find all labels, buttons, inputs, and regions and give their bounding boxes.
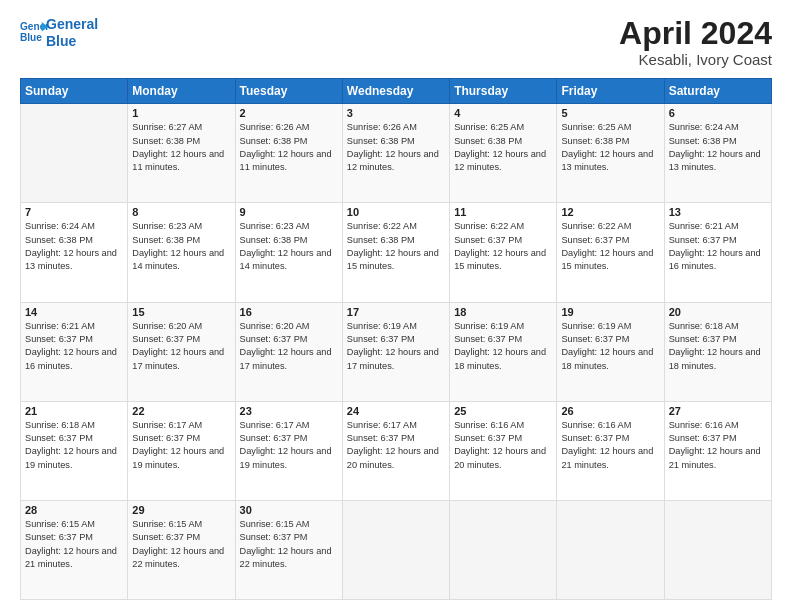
main-title: April 2024 xyxy=(619,16,772,51)
day-info: Sunrise: 6:25 AMSunset: 6:38 PMDaylight:… xyxy=(561,121,659,174)
weekday-header-thursday: Thursday xyxy=(450,79,557,104)
calendar-cell: 9Sunrise: 6:23 AMSunset: 6:38 PMDaylight… xyxy=(235,203,342,302)
day-info: Sunrise: 6:21 AMSunset: 6:37 PMDaylight:… xyxy=(25,320,123,373)
calendar-cell: 16Sunrise: 6:20 AMSunset: 6:37 PMDayligh… xyxy=(235,302,342,401)
calendar-cell: 14Sunrise: 6:21 AMSunset: 6:37 PMDayligh… xyxy=(21,302,128,401)
day-number: 17 xyxy=(347,306,445,318)
day-info: Sunrise: 6:22 AMSunset: 6:37 PMDaylight:… xyxy=(454,220,552,273)
day-number: 25 xyxy=(454,405,552,417)
day-info: Sunrise: 6:23 AMSunset: 6:38 PMDaylight:… xyxy=(240,220,338,273)
calendar-cell: 29Sunrise: 6:15 AMSunset: 6:37 PMDayligh… xyxy=(128,500,235,599)
day-info: Sunrise: 6:22 AMSunset: 6:38 PMDaylight:… xyxy=(347,220,445,273)
calendar-cell: 11Sunrise: 6:22 AMSunset: 6:37 PMDayligh… xyxy=(450,203,557,302)
calendar-cell: 30Sunrise: 6:15 AMSunset: 6:37 PMDayligh… xyxy=(235,500,342,599)
calendar-cell: 21Sunrise: 6:18 AMSunset: 6:37 PMDayligh… xyxy=(21,401,128,500)
calendar-cell: 26Sunrise: 6:16 AMSunset: 6:37 PMDayligh… xyxy=(557,401,664,500)
calendar-table: SundayMondayTuesdayWednesdayThursdayFrid… xyxy=(20,78,772,600)
logo: General Blue General Blue xyxy=(20,16,98,50)
weekday-header-monday: Monday xyxy=(128,79,235,104)
day-number: 6 xyxy=(669,107,767,119)
day-number: 16 xyxy=(240,306,338,318)
calendar-cell: 18Sunrise: 6:19 AMSunset: 6:37 PMDayligh… xyxy=(450,302,557,401)
calendar-cell: 4Sunrise: 6:25 AMSunset: 6:38 PMDaylight… xyxy=(450,104,557,203)
weekday-header-wednesday: Wednesday xyxy=(342,79,449,104)
calendar-cell xyxy=(342,500,449,599)
calendar-cell: 3Sunrise: 6:26 AMSunset: 6:38 PMDaylight… xyxy=(342,104,449,203)
day-number: 8 xyxy=(132,206,230,218)
day-info: Sunrise: 6:17 AMSunset: 6:37 PMDaylight:… xyxy=(240,419,338,472)
day-number: 19 xyxy=(561,306,659,318)
calendar-cell: 1Sunrise: 6:27 AMSunset: 6:38 PMDaylight… xyxy=(128,104,235,203)
day-number: 23 xyxy=(240,405,338,417)
calendar-cell: 27Sunrise: 6:16 AMSunset: 6:37 PMDayligh… xyxy=(664,401,771,500)
svg-text:Blue: Blue xyxy=(20,32,42,43)
day-info: Sunrise: 6:16 AMSunset: 6:37 PMDaylight:… xyxy=(669,419,767,472)
day-number: 20 xyxy=(669,306,767,318)
day-info: Sunrise: 6:19 AMSunset: 6:37 PMDaylight:… xyxy=(347,320,445,373)
calendar-cell: 22Sunrise: 6:17 AMSunset: 6:37 PMDayligh… xyxy=(128,401,235,500)
day-info: Sunrise: 6:22 AMSunset: 6:37 PMDaylight:… xyxy=(561,220,659,273)
day-number: 7 xyxy=(25,206,123,218)
day-number: 14 xyxy=(25,306,123,318)
day-number: 3 xyxy=(347,107,445,119)
day-info: Sunrise: 6:17 AMSunset: 6:37 PMDaylight:… xyxy=(132,419,230,472)
week-row-3: 14Sunrise: 6:21 AMSunset: 6:37 PMDayligh… xyxy=(21,302,772,401)
calendar-cell: 23Sunrise: 6:17 AMSunset: 6:37 PMDayligh… xyxy=(235,401,342,500)
day-info: Sunrise: 6:19 AMSunset: 6:37 PMDaylight:… xyxy=(561,320,659,373)
weekday-header-row: SundayMondayTuesdayWednesdayThursdayFrid… xyxy=(21,79,772,104)
calendar-cell: 19Sunrise: 6:19 AMSunset: 6:37 PMDayligh… xyxy=(557,302,664,401)
calendar-cell: 17Sunrise: 6:19 AMSunset: 6:37 PMDayligh… xyxy=(342,302,449,401)
calendar-cell: 6Sunrise: 6:24 AMSunset: 6:38 PMDaylight… xyxy=(664,104,771,203)
day-number: 27 xyxy=(669,405,767,417)
day-info: Sunrise: 6:24 AMSunset: 6:38 PMDaylight:… xyxy=(669,121,767,174)
day-info: Sunrise: 6:15 AMSunset: 6:37 PMDaylight:… xyxy=(240,518,338,571)
week-row-1: 1Sunrise: 6:27 AMSunset: 6:38 PMDaylight… xyxy=(21,104,772,203)
day-info: Sunrise: 6:16 AMSunset: 6:37 PMDaylight:… xyxy=(561,419,659,472)
day-number: 12 xyxy=(561,206,659,218)
logo-blue: Blue xyxy=(46,33,98,50)
day-number: 26 xyxy=(561,405,659,417)
calendar-cell xyxy=(664,500,771,599)
week-row-4: 21Sunrise: 6:18 AMSunset: 6:37 PMDayligh… xyxy=(21,401,772,500)
logo-icon: General Blue xyxy=(20,19,48,47)
day-info: Sunrise: 6:21 AMSunset: 6:37 PMDaylight:… xyxy=(669,220,767,273)
day-number: 22 xyxy=(132,405,230,417)
calendar-cell: 24Sunrise: 6:17 AMSunset: 6:37 PMDayligh… xyxy=(342,401,449,500)
day-number: 5 xyxy=(561,107,659,119)
day-number: 30 xyxy=(240,504,338,516)
weekday-header-friday: Friday xyxy=(557,79,664,104)
day-info: Sunrise: 6:16 AMSunset: 6:37 PMDaylight:… xyxy=(454,419,552,472)
day-number: 11 xyxy=(454,206,552,218)
logo-general: General xyxy=(46,16,98,33)
day-info: Sunrise: 6:20 AMSunset: 6:37 PMDaylight:… xyxy=(240,320,338,373)
header: General Blue General Blue April 2024 Kes… xyxy=(20,16,772,68)
weekday-header-tuesday: Tuesday xyxy=(235,79,342,104)
calendar-cell: 15Sunrise: 6:20 AMSunset: 6:37 PMDayligh… xyxy=(128,302,235,401)
day-number: 9 xyxy=(240,206,338,218)
day-number: 10 xyxy=(347,206,445,218)
day-info: Sunrise: 6:24 AMSunset: 6:38 PMDaylight:… xyxy=(25,220,123,273)
calendar-cell: 13Sunrise: 6:21 AMSunset: 6:37 PMDayligh… xyxy=(664,203,771,302)
day-number: 28 xyxy=(25,504,123,516)
day-info: Sunrise: 6:26 AMSunset: 6:38 PMDaylight:… xyxy=(347,121,445,174)
subtitle: Kesabli, Ivory Coast xyxy=(619,51,772,68)
weekday-header-sunday: Sunday xyxy=(21,79,128,104)
calendar-cell: 5Sunrise: 6:25 AMSunset: 6:38 PMDaylight… xyxy=(557,104,664,203)
day-number: 29 xyxy=(132,504,230,516)
calendar-cell: 12Sunrise: 6:22 AMSunset: 6:37 PMDayligh… xyxy=(557,203,664,302)
title-block: April 2024 Kesabli, Ivory Coast xyxy=(619,16,772,68)
day-info: Sunrise: 6:26 AMSunset: 6:38 PMDaylight:… xyxy=(240,121,338,174)
calendar-cell: 10Sunrise: 6:22 AMSunset: 6:38 PMDayligh… xyxy=(342,203,449,302)
day-number: 1 xyxy=(132,107,230,119)
calendar-cell: 25Sunrise: 6:16 AMSunset: 6:37 PMDayligh… xyxy=(450,401,557,500)
day-info: Sunrise: 6:20 AMSunset: 6:37 PMDaylight:… xyxy=(132,320,230,373)
day-info: Sunrise: 6:15 AMSunset: 6:37 PMDaylight:… xyxy=(25,518,123,571)
day-info: Sunrise: 6:27 AMSunset: 6:38 PMDaylight:… xyxy=(132,121,230,174)
day-number: 24 xyxy=(347,405,445,417)
day-number: 15 xyxy=(132,306,230,318)
day-number: 4 xyxy=(454,107,552,119)
calendar-cell: 8Sunrise: 6:23 AMSunset: 6:38 PMDaylight… xyxy=(128,203,235,302)
calendar-cell: 2Sunrise: 6:26 AMSunset: 6:38 PMDaylight… xyxy=(235,104,342,203)
day-number: 18 xyxy=(454,306,552,318)
day-info: Sunrise: 6:19 AMSunset: 6:37 PMDaylight:… xyxy=(454,320,552,373)
